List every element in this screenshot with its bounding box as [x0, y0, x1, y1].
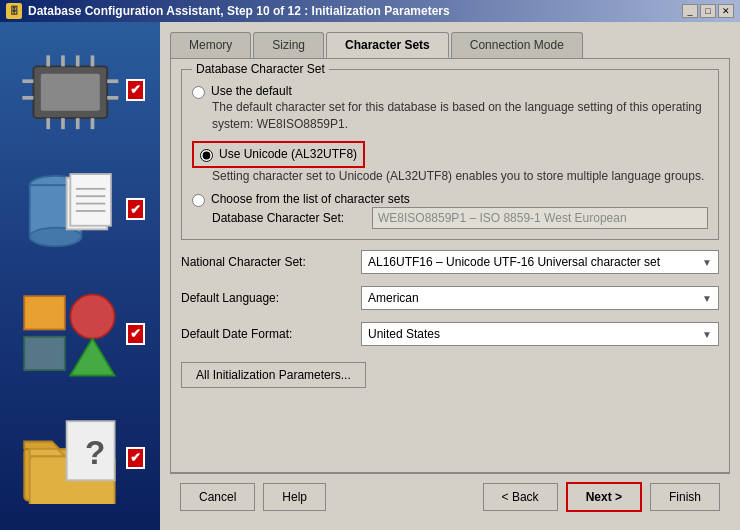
- bottom-left-buttons: Cancel Help: [180, 483, 326, 511]
- svg-rect-18: [70, 174, 111, 226]
- help-button[interactable]: Help: [263, 483, 326, 511]
- check-badge-3: ✔: [126, 323, 145, 345]
- shapes-icon: [15, 287, 126, 379]
- radio-group: Use the default The default character se…: [192, 84, 708, 229]
- national-char-set-value: AL16UTF16 – Unicode UTF-16 Universal cha…: [368, 255, 660, 269]
- use-default-radio[interactable]: [192, 86, 205, 99]
- use-unicode-radio[interactable]: [200, 149, 213, 162]
- right-panel: Memory Sizing Character Sets Connection …: [160, 22, 740, 530]
- default-date-format-value: United States: [368, 327, 440, 341]
- finish-button[interactable]: Finish: [650, 483, 720, 511]
- unicode-highlight-box: Use Unicode (AL32UTF8): [192, 141, 365, 168]
- check-badge-2: ✔: [126, 198, 145, 220]
- choose-list-label[interactable]: Choose from the list of character sets: [211, 192, 410, 206]
- minimize-button[interactable]: _: [682, 4, 698, 18]
- default-date-format-row: Default Date Format: United States ▼: [181, 320, 719, 348]
- database-char-set-group: Database Character Set Use the default T…: [181, 69, 719, 240]
- use-unicode-label[interactable]: Use Unicode (AL32UTF8): [219, 147, 357, 161]
- list-item: ? ✔: [5, 404, 155, 512]
- folder-icon: ?: [15, 412, 126, 504]
- default-language-row: Default Language: American ▼: [181, 284, 719, 312]
- national-char-set-dropdown[interactable]: AL16UTF16 – Unicode UTF-16 Universal cha…: [361, 250, 719, 274]
- init-params-button[interactable]: All Initialization Parameters...: [181, 362, 366, 388]
- title-bar: 🗄 Database Configuration Assistant, Step…: [0, 0, 740, 22]
- db-char-set-input[interactable]: [372, 207, 708, 229]
- use-unicode-option: Use Unicode (AL32UTF8) Setting character…: [192, 141, 708, 185]
- tab-memory[interactable]: Memory: [170, 32, 251, 58]
- bottom-bar: Cancel Help < Back Next > Finish: [170, 473, 730, 520]
- use-default-label[interactable]: Use the default: [211, 84, 292, 98]
- use-unicode-description: Setting character set to Unicode (AL32UT…: [212, 168, 708, 185]
- tab-connection-mode[interactable]: Connection Mode: [451, 32, 583, 58]
- default-date-format-arrow-icon: ▼: [702, 329, 712, 340]
- close-button[interactable]: ✕: [718, 4, 734, 18]
- bottom-right-buttons: < Back Next > Finish: [483, 482, 720, 512]
- use-default-option: Use the default The default character se…: [192, 84, 708, 133]
- svg-rect-24: [24, 337, 65, 370]
- svg-point-25: [70, 295, 114, 339]
- left-panel: ✔ ✔: [0, 22, 160, 530]
- app-icon: 🗄: [6, 3, 22, 19]
- national-char-set-arrow-icon: ▼: [702, 257, 712, 268]
- window-controls[interactable]: _ □ ✕: [682, 4, 734, 18]
- content-panel: Database Character Set Use the default T…: [170, 58, 730, 473]
- default-language-value: American: [368, 291, 419, 305]
- list-item: ✔: [5, 279, 155, 387]
- list-item: ✔: [5, 40, 155, 139]
- choose-list-radio[interactable]: [192, 194, 205, 207]
- default-language-arrow-icon: ▼: [702, 293, 712, 304]
- tab-sizing[interactable]: Sizing: [253, 32, 324, 58]
- default-date-format-label: Default Date Format:: [181, 327, 351, 341]
- default-language-dropdown[interactable]: American ▼: [361, 286, 719, 310]
- choose-list-option: Choose from the list of character sets D…: [192, 192, 708, 229]
- national-char-set-label: National Character Set:: [181, 255, 351, 269]
- window-title: Database Configuration Assistant, Step 1…: [28, 4, 450, 18]
- svg-marker-26: [70, 339, 114, 376]
- default-language-label: Default Language:: [181, 291, 351, 305]
- chip-icon: [15, 48, 126, 131]
- tab-character-sets[interactable]: Character Sets: [326, 32, 449, 58]
- group-box-title: Database Character Set: [192, 62, 329, 76]
- next-button[interactable]: Next >: [566, 482, 642, 512]
- list-item: ✔: [5, 155, 155, 263]
- svg-text:?: ?: [85, 433, 105, 470]
- use-default-description: The default character set for this datab…: [212, 99, 708, 133]
- db-char-set-row: Database Character Set:: [212, 207, 708, 229]
- check-badge-4: ✔: [126, 447, 145, 469]
- back-button[interactable]: < Back: [483, 483, 558, 511]
- national-char-set-row: National Character Set: AL16UTF16 – Unic…: [181, 248, 719, 276]
- cancel-button[interactable]: Cancel: [180, 483, 255, 511]
- svg-rect-23: [24, 297, 65, 330]
- default-date-format-dropdown[interactable]: United States ▼: [361, 322, 719, 346]
- svg-rect-1: [41, 74, 100, 111]
- database-icon: [15, 163, 126, 255]
- check-badge-1: ✔: [126, 79, 145, 101]
- tabs-container: Memory Sizing Character Sets Connection …: [170, 32, 730, 58]
- db-char-set-label: Database Character Set:: [212, 211, 362, 225]
- main-container: ✔ ✔: [0, 22, 740, 530]
- maximize-button[interactable]: □: [700, 4, 716, 18]
